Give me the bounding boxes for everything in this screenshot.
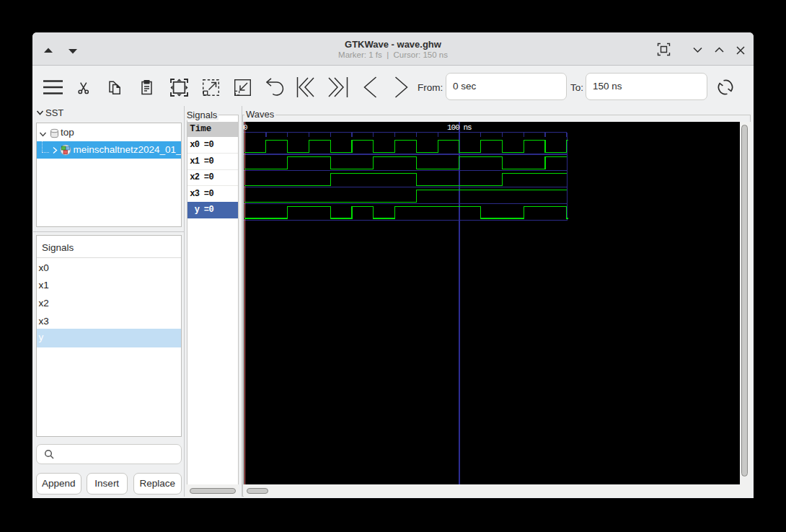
svg-text:0: 0 (244, 123, 247, 132)
svg-text:100 ns: 100 ns (447, 123, 472, 132)
